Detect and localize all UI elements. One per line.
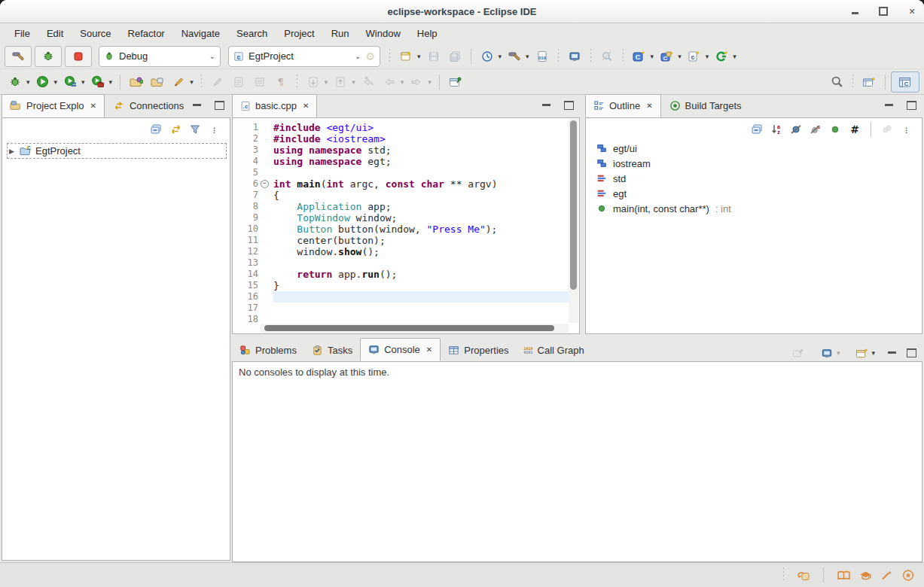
format-brush-button[interactable] bbox=[207, 72, 228, 92]
chevron-down-icon[interactable]: ⌄ bbox=[355, 52, 361, 60]
menu-edit[interactable]: Edit bbox=[38, 26, 72, 41]
external-tools-caret-icon[interactable]: ▾ bbox=[109, 78, 113, 86]
new-cpp-class-button[interactable]: C✦ bbox=[656, 47, 677, 66]
search-disabled-button[interactable] bbox=[596, 47, 618, 66]
debug-bug-icon-button[interactable] bbox=[5, 72, 26, 92]
debug-caret-icon[interactable]: ▾ bbox=[26, 78, 30, 86]
run-caret-icon[interactable]: ▾ bbox=[54, 78, 58, 86]
code-line[interactable]: int main(int argc, const char ** argv) bbox=[273, 178, 579, 190]
display-console-caret-icon[interactable]: ▾ bbox=[837, 349, 840, 357]
menu-window[interactable]: Window bbox=[358, 26, 409, 41]
build-active-button[interactable] bbox=[504, 47, 525, 66]
code-line[interactable]: return app.run(); bbox=[273, 269, 579, 280]
view-menu-icon[interactable]: ⁝ bbox=[898, 121, 916, 138]
new-c-file-caret-icon[interactable]: ▾ bbox=[706, 53, 709, 60]
scrollbar-thumb[interactable] bbox=[570, 120, 577, 290]
code-line[interactable]: TopWindow window; bbox=[273, 212, 579, 224]
last-edit-location-button[interactable]: ✷ bbox=[358, 72, 379, 92]
binary-file-button[interactable]: 010 bbox=[532, 47, 553, 66]
previous-annotation-button[interactable] bbox=[330, 72, 351, 92]
open-resource-folder-button[interactable] bbox=[147, 72, 168, 92]
mark-occurrences-pen-button[interactable] bbox=[168, 72, 189, 92]
code-line[interactable]: center(button); bbox=[273, 235, 579, 246]
forward-button[interactable] bbox=[406, 72, 427, 92]
run-button[interactable] bbox=[32, 72, 53, 92]
code-line[interactable]: #include <iostream> bbox=[273, 133, 579, 144]
tab-properties[interactable]: Properties bbox=[441, 339, 516, 361]
code-line[interactable]: window.show(); bbox=[273, 246, 579, 257]
code-line[interactable]: #include <egt/ui> bbox=[273, 122, 579, 133]
outline-item-include[interactable]: iostream bbox=[586, 156, 922, 171]
close-window-icon[interactable]: ✕ bbox=[907, 7, 916, 16]
tree-expander-icon[interactable]: ▶ bbox=[9, 148, 17, 155]
tree-item-egtproject[interactable]: ▶ C EgtProject bbox=[7, 143, 227, 159]
titlebar[interactable]: eclipse-workspace - Eclipse IDE ✕ bbox=[0, 0, 924, 23]
whats-new-wand-icon[interactable] bbox=[880, 569, 894, 582]
previous-annotation-caret-icon[interactable]: ▾ bbox=[352, 78, 355, 86]
code-line[interactable] bbox=[273, 167, 579, 178]
link-with-editor-disabled-icon[interactable] bbox=[878, 121, 896, 138]
back-caret-icon[interactable]: ▾ bbox=[401, 78, 404, 86]
show-whitespace-pilcrow-icon[interactable]: ¶ bbox=[270, 72, 291, 92]
hide-non-public-icon[interactable] bbox=[826, 121, 844, 138]
cpp-perspective-button[interactable]: C bbox=[891, 71, 919, 93]
outline-item-namespace[interactable]: egt bbox=[586, 186, 922, 201]
minimize-view-icon[interactable] bbox=[885, 102, 893, 106]
search-icon[interactable] bbox=[826, 72, 847, 92]
tab-problems[interactable]: Problems bbox=[232, 339, 304, 361]
build-caret-icon[interactable]: ▾ bbox=[526, 53, 529, 60]
new-c-project-caret-icon[interactable]: ▾ bbox=[651, 53, 654, 60]
tab-project-explorer[interactable]: Project Explo ✕ bbox=[2, 94, 105, 117]
code-line[interactable]: Button button(window, "Press Me"); bbox=[273, 224, 579, 235]
code-line[interactable] bbox=[273, 303, 579, 314]
menu-file[interactable]: File bbox=[6, 26, 38, 41]
tab-build-targets[interactable]: Build Targets bbox=[661, 94, 750, 117]
new-connection-button[interactable]: ✦ bbox=[711, 47, 732, 66]
maximize-window-icon[interactable] bbox=[879, 7, 888, 16]
open-perspective-button[interactable]: ✦ bbox=[858, 72, 880, 92]
tab-basic-cpp[interactable]: .c basic.cpp ✕ bbox=[232, 94, 317, 117]
debug-bug-button[interactable] bbox=[35, 46, 62, 67]
hide-static-icon[interactable]: s bbox=[807, 121, 825, 138]
new-wizard-caret-icon[interactable]: ▾ bbox=[417, 53, 421, 60]
new-connection-caret-icon[interactable]: ▾ bbox=[733, 53, 736, 60]
forward-caret-icon[interactable]: ▾ bbox=[428, 78, 432, 86]
pin-console-icon[interactable] bbox=[789, 345, 807, 361]
hide-fields-icon[interactable] bbox=[787, 121, 805, 138]
collapse-all-icon[interactable] bbox=[748, 121, 766, 138]
new-wizard-button[interactable]: ✦ bbox=[395, 47, 416, 66]
launch-project-combo[interactable]: c EgtProject ⌄ ⚙ bbox=[228, 46, 380, 67]
minimize-view-icon[interactable] bbox=[193, 102, 201, 106]
code-line[interactable]: using namespace egt; bbox=[273, 156, 579, 167]
tip-of-the-day-icon[interactable] bbox=[797, 569, 810, 582]
open-console-caret-icon[interactable]: ▾ bbox=[871, 349, 875, 357]
code-line[interactable] bbox=[273, 291, 569, 303]
donate-star-icon[interactable] bbox=[901, 569, 915, 582]
filter-icon[interactable] bbox=[186, 121, 204, 138]
profile-caret-icon[interactable]: ▾ bbox=[499, 53, 502, 60]
menu-help[interactable]: Help bbox=[409, 26, 446, 41]
maximize-view-icon[interactable] bbox=[215, 101, 224, 110]
link-with-editor-icon[interactable] bbox=[166, 121, 184, 138]
editor-body[interactable]: 123456−789101112131415161718 #include <e… bbox=[232, 117, 580, 334]
minimize-editor-icon[interactable] bbox=[542, 102, 550, 106]
documentation-book-icon[interactable] bbox=[837, 569, 851, 582]
scrollbar-thumb[interactable] bbox=[264, 325, 554, 331]
collapse-all-icon[interactable] bbox=[147, 121, 165, 138]
run-history-caret-icon[interactable]: ▾ bbox=[81, 78, 85, 86]
new-c-project-button[interactable]: C✦ bbox=[629, 47, 650, 66]
refresh-doc-button[interactable] bbox=[228, 72, 249, 92]
editor-horizontal-scrollbar[interactable] bbox=[261, 324, 569, 333]
menu-search[interactable]: Search bbox=[228, 26, 276, 41]
open-console-icon[interactable]: ✦ bbox=[852, 345, 871, 361]
close-icon[interactable]: ✕ bbox=[426, 345, 432, 354]
maximize-editor-icon[interactable] bbox=[564, 101, 574, 110]
external-tools-button[interactable] bbox=[87, 72, 108, 92]
close-icon[interactable]: ✕ bbox=[303, 102, 309, 110]
hide-inactive-icon[interactable]: # bbox=[846, 121, 864, 138]
editor-vertical-scrollbar[interactable] bbox=[569, 119, 578, 323]
build-hammer-button[interactable] bbox=[5, 46, 32, 67]
code-line[interactable] bbox=[273, 257, 579, 269]
run-history-button[interactable] bbox=[59, 72, 81, 92]
menu-navigate[interactable]: Navigate bbox=[173, 26, 228, 41]
